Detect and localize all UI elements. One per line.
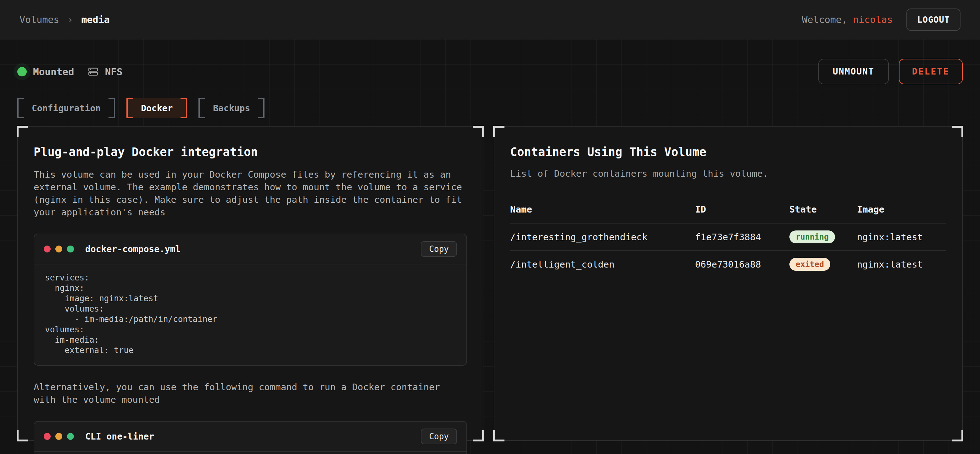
traffic-red-dot-icon — [44, 433, 51, 440]
breadcrumb-current-volume: media — [81, 14, 110, 25]
containers-panel: Containers Using This Volume List of Doc… — [494, 126, 963, 441]
container-state-cell: running — [789, 230, 857, 243]
cli-code-block: CLI one-liner Copy docker run -v im-medi… — [33, 421, 467, 454]
panels-row: Plug-and-play Docker integration This vo… — [17, 126, 963, 441]
top-bar-right: Welcome, nicolas LOGOUT — [802, 8, 961, 31]
cli-code-header: CLI one-liner Copy — [34, 422, 466, 452]
tab-backups[interactable]: Backups — [199, 98, 264, 118]
volume-actions: UNMOUNT DELETE — [818, 59, 963, 84]
panel-corner-bracket — [473, 126, 484, 137]
state-badge: exited — [789, 258, 830, 271]
green-status-dot-icon — [17, 67, 27, 76]
tab-docker[interactable]: Docker — [126, 98, 187, 118]
container-state-cell: exited — [789, 258, 857, 271]
mounted-status: Mounted — [17, 66, 74, 77]
column-header-name: Name — [510, 204, 695, 215]
container-name: /interesting_grothendieck — [510, 232, 695, 243]
compose-code-block: docker-compose.yml Copy services: nginx:… — [33, 233, 467, 366]
docker-integration-panel: Plug-and-play Docker integration This vo… — [17, 126, 484, 441]
containers-table-header: Name ID State Image — [510, 200, 947, 223]
username-text: nicolas — [853, 14, 892, 25]
containers-panel-title: Containers Using This Volume — [510, 145, 947, 159]
panel-corner-bracket — [952, 126, 963, 137]
chevron-right-icon: › — [67, 14, 73, 25]
container-id: 069e73016a88 — [695, 259, 789, 270]
panel-corner-bracket — [952, 430, 963, 441]
state-badge: running — [789, 230, 835, 243]
traffic-lights-icon — [44, 246, 74, 252]
server-stack-icon — [88, 66, 99, 77]
containers-table: Name ID State Image /interesting_grothen… — [510, 200, 947, 278]
column-header-image: Image — [857, 204, 947, 215]
traffic-green-dot-icon — [67, 433, 74, 440]
panel-corner-bracket — [493, 430, 504, 441]
nfs-type-badge: NFS — [88, 66, 123, 77]
panel-corner-bracket — [17, 430, 28, 441]
traffic-green-dot-icon — [67, 246, 74, 252]
container-id: f1e73e7f3884 — [695, 232, 789, 243]
cli-copy-button[interactable]: Copy — [421, 429, 457, 444]
compose-code-content: services: nginx: image: nginx:latest vol… — [34, 264, 466, 365]
cli-intro-text: Alternatively, you can use the following… — [33, 381, 467, 406]
breadcrumb: Volumes › media — [19, 14, 110, 25]
docker-panel-description: This volume can be used in your Docker C… — [33, 168, 467, 219]
tab-bar: Configuration Docker Backups — [17, 98, 963, 118]
column-header-id: ID — [695, 204, 789, 215]
panel-corner-bracket — [493, 126, 504, 137]
container-image: nginx:latest — [857, 259, 947, 270]
welcome-text: Welcome, nicolas — [802, 14, 892, 25]
traffic-amber-dot-icon — [55, 246, 62, 252]
main-content: Mounted NFS UNMOUNT DELETE Configuration… — [0, 59, 980, 441]
column-header-state: State — [789, 204, 857, 215]
logout-button[interactable]: LOGOUT — [907, 8, 961, 31]
mounted-status-label: Mounted — [33, 66, 74, 77]
cli-filename-label: CLI one-liner — [85, 431, 154, 442]
unmount-button[interactable]: UNMOUNT — [818, 59, 889, 84]
compose-copy-button[interactable]: Copy — [421, 241, 457, 257]
panel-corner-bracket — [473, 430, 484, 441]
container-image: nginx:latest — [857, 232, 947, 243]
traffic-lights-icon — [44, 433, 74, 440]
container-name: /intelligent_colden — [510, 259, 695, 270]
table-row: /intelligent_colden 069e73016a88 exited … — [510, 250, 947, 278]
traffic-amber-dot-icon — [55, 433, 62, 440]
breadcrumb-volumes-link[interactable]: Volumes — [19, 14, 59, 25]
compose-filename-label: docker-compose.yml — [85, 244, 181, 254]
table-row: /interesting_grothendieck f1e73e7f3884 r… — [510, 223, 947, 250]
cli-code-content: docker run -v im-media:/path/in/containe… — [34, 452, 466, 454]
panel-corner-bracket — [17, 126, 28, 137]
status-row: Mounted NFS UNMOUNT DELETE — [17, 59, 963, 84]
docker-panel-title: Plug-and-play Docker integration — [33, 145, 467, 159]
top-bar: Volumes › media Welcome, nicolas LOGOUT — [0, 0, 980, 39]
compose-code-header: docker-compose.yml Copy — [34, 234, 466, 264]
delete-button[interactable]: DELETE — [899, 59, 963, 84]
welcome-prefix: Welcome, — [802, 14, 853, 25]
nfs-label: NFS — [105, 66, 123, 77]
volume-status-group: Mounted NFS — [17, 66, 123, 77]
traffic-red-dot-icon — [44, 246, 51, 252]
tab-configuration[interactable]: Configuration — [17, 98, 115, 118]
containers-panel-subtitle: List of Docker containers mounting this … — [510, 168, 947, 179]
